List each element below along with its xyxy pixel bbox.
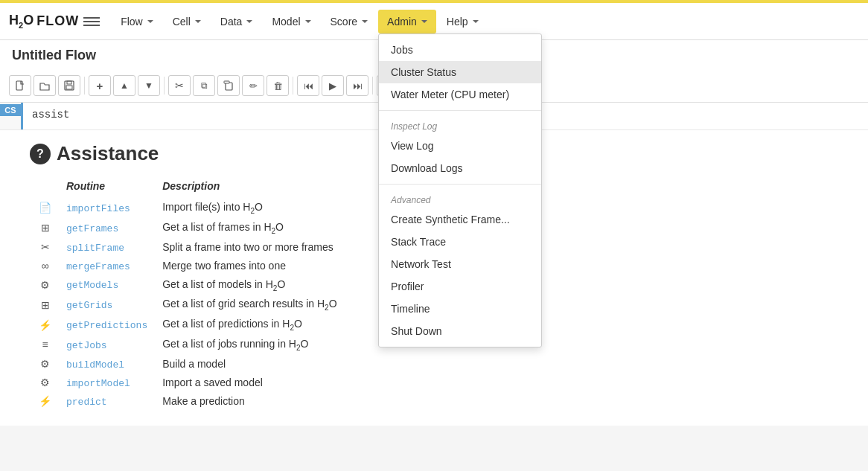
routine-row-description: Get a list of models in H2O <box>159 275 348 295</box>
cell-caret-icon <box>195 20 201 23</box>
nav-btn-data[interactable]: Data <box>211 10 262 33</box>
logo-lines-icon <box>83 17 100 26</box>
delete-button[interactable]: 🗑 <box>267 75 289 96</box>
move-cell-up-button[interactable]: ▲ <box>113 75 135 96</box>
routine-row: ≡getJobsGet a list of jobs running in H2… <box>36 335 349 355</box>
routine-row: ⚡predictMake a prediction <box>36 392 349 411</box>
routine-row-description: Split a frame into two or more frames <box>159 238 348 257</box>
routine-row-icon: ⊞ <box>36 218 63 238</box>
routine-row: ✂splitFrameSplit a frame into two or mor… <box>36 238 349 257</box>
routine-row-name[interactable]: splitFrame <box>63 238 159 257</box>
routine-row: ⚙buildModelBuild a model <box>36 355 349 374</box>
routine-row-description: Build a model <box>159 355 348 374</box>
dropdown-item-shut-down[interactable]: Shut Down <box>379 320 541 342</box>
routine-row-name[interactable]: getFrames <box>63 218 159 238</box>
svg-rect-5 <box>224 81 229 83</box>
routine-row-icon: ⚙ <box>36 355 63 374</box>
dropdown-section-advanced: Advanced <box>379 189 541 208</box>
help-caret-icon <box>473 20 479 23</box>
dropdown-item-cluster-status[interactable]: Cluster Status <box>379 61 541 83</box>
dropdown-item-profiler[interactable]: Profiler <box>379 275 541 298</box>
new-button[interactable] <box>9 75 31 96</box>
logo-flow: FLOW <box>36 13 79 29</box>
run-button[interactable]: ▶ <box>322 75 344 96</box>
routine-row: ⚡getPredictionsGet a list of predictions… <box>36 315 349 335</box>
dropdown-item-network-test[interactable]: Network Test <box>379 253 541 275</box>
nav-item-help[interactable]: Help <box>438 10 488 33</box>
toolbar-sep-4 <box>372 77 373 94</box>
score-caret-icon <box>362 20 368 23</box>
svg-rect-0 <box>16 81 22 90</box>
routine-row-icon: ≡ <box>36 335 63 355</box>
nav-item-model[interactable]: Model <box>263 10 319 33</box>
dropdown-item-timeline[interactable]: Timeline <box>379 298 541 320</box>
dropdown-item-jobs[interactable]: Jobs <box>379 39 541 61</box>
topbar: H2O FLOW Flow Cell Data <box>0 3 868 40</box>
edit-button[interactable]: ✏ <box>242 75 264 96</box>
admin-dropdown: Jobs Cluster Status Water Meter (CPU met… <box>378 33 542 347</box>
nav-item-cell[interactable]: Cell <box>164 10 210 33</box>
dropdown-item-stack-trace[interactable]: Stack Trace <box>379 231 541 253</box>
save-button[interactable] <box>58 75 80 96</box>
nav-item-data[interactable]: Data <box>211 10 262 33</box>
paste-icon <box>223 80 234 91</box>
routine-row-name[interactable]: predict <box>63 392 159 411</box>
routine-row-name[interactable]: getModels <box>63 275 159 295</box>
dropdown-item-water-meter[interactable]: Water Meter (CPU meter) <box>379 83 541 106</box>
insert-cell-above-button[interactable]: + <box>89 75 111 96</box>
move-cell-down-button[interactable]: ▼ <box>138 75 160 96</box>
routine-row-icon: ✂ <box>36 238 63 257</box>
routine-row-name[interactable]: mergeFrames <box>63 257 159 275</box>
open-button[interactable] <box>33 75 56 96</box>
nav-btn-help[interactable]: Help <box>438 10 488 33</box>
routine-row: ⊞getGridsGet a list of grid search resul… <box>36 295 349 315</box>
dropdown-item-download-logs[interactable]: Download Logs <box>379 157 541 179</box>
logo: H2O FLOW <box>9 13 100 30</box>
dropdown-item-view-log[interactable]: View Log <box>379 135 541 157</box>
dropdown-divider-2 <box>379 184 541 185</box>
routine-row-description: Merge two frames into one <box>159 257 348 275</box>
run-previous-button[interactable]: ⏮ <box>297 75 319 96</box>
routine-row-description: Get a list of grid search results in H2O <box>159 295 348 315</box>
nav-btn-admin[interactable]: Admin <box>378 10 436 33</box>
routine-row-description: Get a list of frames in H2O <box>159 218 348 238</box>
routine-row-icon: ⚙ <box>36 275 63 295</box>
paste-button[interactable] <box>217 75 240 96</box>
routine-row-description: Make a prediction <box>159 392 348 411</box>
copy-button[interactable]: ⧉ <box>193 75 215 96</box>
flow-caret-icon <box>147 20 153 23</box>
cut-button[interactable]: ✂ <box>168 75 191 96</box>
routine-row-name[interactable]: importFiles <box>63 198 159 218</box>
nav-btn-cell[interactable]: Cell <box>164 10 210 33</box>
nav-btn-flow[interactable]: Flow <box>112 10 162 33</box>
nav-btn-model[interactable]: Model <box>263 10 319 33</box>
routine-row-name[interactable]: getPredictions <box>63 315 159 335</box>
routine-row-name[interactable]: importModel <box>63 374 159 392</box>
nav-item-flow[interactable]: Flow <box>112 10 162 33</box>
routine-row: 📄importFilesImport file(s) into H2O <box>36 198 349 218</box>
routine-row: ⚙importModelImport a saved model <box>36 374 349 392</box>
routine-row-icon: ⚙ <box>36 374 63 392</box>
routine-row-icon: 📄 <box>36 198 63 218</box>
dropdown-section-inspect-log: Inspect Log <box>379 115 541 135</box>
routine-row-description: Import a saved model <box>159 374 348 392</box>
routine-row-name[interactable]: buildModel <box>63 355 159 374</box>
routine-row-name[interactable]: getGrids <box>63 295 159 315</box>
new-icon <box>15 80 25 91</box>
model-caret-icon <box>305 20 311 23</box>
routine-row-icon: ∞ <box>36 257 63 275</box>
run-all-button[interactable]: ⏭ <box>346 75 368 96</box>
routine-col-desc-header: Description <box>159 177 348 198</box>
nav-item-score[interactable]: Score <box>322 10 377 33</box>
open-icon <box>39 80 50 91</box>
dropdown-item-synthetic-frame[interactable]: Create Synthetic Frame... <box>379 208 541 231</box>
admin-caret-icon <box>421 20 427 23</box>
routine-row: ∞mergeFramesMerge two frames into one <box>36 257 349 275</box>
routine-row-icon: ⚡ <box>36 315 63 335</box>
routine-row-name[interactable]: getJobs <box>63 335 159 355</box>
routine-row: ⊞getFramesGet a list of frames in H2O <box>36 218 349 238</box>
routine-col-icon-header <box>36 177 63 198</box>
nav-item-admin[interactable]: Admin Jobs Cluster Status Water Meter (C… <box>378 10 436 33</box>
assistance-title: Assistance <box>57 142 159 165</box>
nav-btn-score[interactable]: Score <box>322 10 377 33</box>
